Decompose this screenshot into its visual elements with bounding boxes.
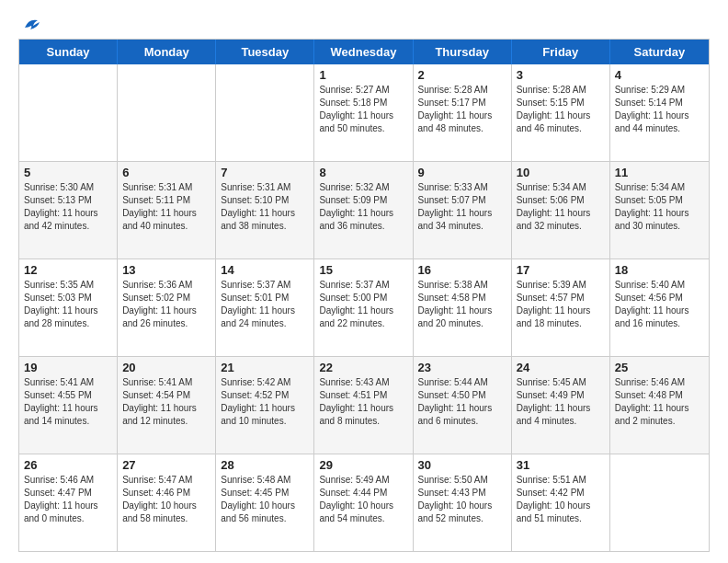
- header-cell-tuesday: Tuesday: [216, 40, 314, 64]
- day-cell-22: 22Sunrise: 5:43 AM Sunset: 4:51 PM Dayli…: [314, 357, 413, 454]
- header-cell-sunday: Sunday: [19, 40, 118, 64]
- day-number: 27: [122, 458, 210, 472]
- day-number: 22: [319, 361, 407, 374]
- day-info: Sunrise: 5:35 AM Sunset: 5:03 PM Dayligh…: [24, 279, 112, 330]
- day-cell-30: 30Sunrise: 5:50 AM Sunset: 4:43 PM Dayli…: [414, 454, 512, 551]
- day-cell-29: 29Sunrise: 5:49 AM Sunset: 4:44 PM Dayli…: [314, 454, 413, 551]
- day-number: 9: [418, 166, 506, 179]
- day-cell-6: 6Sunrise: 5:31 AM Sunset: 5:11 PM Daylig…: [118, 162, 216, 259]
- day-info: Sunrise: 5:44 AM Sunset: 4:50 PM Dayligh…: [418, 376, 506, 428]
- calendar-body: 1Sunrise: 5:27 AM Sunset: 5:18 PM Daylig…: [19, 64, 709, 551]
- day-cell-20: 20Sunrise: 5:41 AM Sunset: 4:54 PM Dayli…: [118, 357, 216, 454]
- day-cell-28: 28Sunrise: 5:48 AM Sunset: 4:45 PM Dayli…: [216, 454, 314, 551]
- calendar-row-3: 12Sunrise: 5:35 AM Sunset: 5:03 PM Dayli…: [19, 259, 709, 356]
- logo: [18, 15, 41, 31]
- day-number: 25: [615, 361, 704, 374]
- day-cell-4: 4Sunrise: 5:29 AM Sunset: 5:14 PM Daylig…: [610, 64, 709, 161]
- day-cell-8: 8Sunrise: 5:32 AM Sunset: 5:09 PM Daylig…: [314, 162, 413, 259]
- day-number: 7: [221, 166, 309, 179]
- logo-bird-icon: [21, 15, 41, 35]
- calendar-header: SundayMondayTuesdayWednesdayThursdayFrid…: [19, 40, 709, 64]
- day-cell-25: 25Sunrise: 5:46 AM Sunset: 4:48 PM Dayli…: [610, 357, 709, 454]
- day-info: Sunrise: 5:41 AM Sunset: 4:55 PM Dayligh…: [24, 376, 112, 428]
- day-cell-21: 21Sunrise: 5:42 AM Sunset: 4:52 PM Dayli…: [216, 357, 314, 454]
- day-info: Sunrise: 5:39 AM Sunset: 4:57 PM Dayligh…: [517, 279, 605, 330]
- day-cell-19: 19Sunrise: 5:41 AM Sunset: 4:55 PM Dayli…: [19, 357, 118, 454]
- day-number: 21: [221, 361, 309, 374]
- day-cell-1: 1Sunrise: 5:27 AM Sunset: 5:18 PM Daylig…: [314, 64, 413, 161]
- day-cell-5: 5Sunrise: 5:30 AM Sunset: 5:13 PM Daylig…: [19, 162, 118, 259]
- day-info: Sunrise: 5:42 AM Sunset: 4:52 PM Dayligh…: [221, 376, 309, 428]
- day-info: Sunrise: 5:51 AM Sunset: 4:42 PM Dayligh…: [517, 474, 605, 525]
- day-number: 23: [418, 361, 506, 374]
- day-info: Sunrise: 5:49 AM Sunset: 4:44 PM Dayligh…: [319, 474, 407, 525]
- day-info: Sunrise: 5:27 AM Sunset: 5:18 PM Dayligh…: [319, 84, 407, 135]
- day-number: 19: [24, 361, 112, 374]
- day-cell-16: 16Sunrise: 5:38 AM Sunset: 4:58 PM Dayli…: [414, 259, 512, 356]
- day-info: Sunrise: 5:31 AM Sunset: 5:10 PM Dayligh…: [221, 181, 309, 233]
- header-cell-saturday: Saturday: [610, 40, 709, 64]
- day-number: 5: [24, 166, 112, 179]
- day-info: Sunrise: 5:47 AM Sunset: 4:46 PM Dayligh…: [122, 474, 210, 525]
- empty-cell-0-0: [19, 64, 118, 161]
- calendar-row-5: 26Sunrise: 5:46 AM Sunset: 4:47 PM Dayli…: [19, 454, 709, 551]
- day-cell-9: 9Sunrise: 5:33 AM Sunset: 5:07 PM Daylig…: [414, 162, 512, 259]
- day-info: Sunrise: 5:28 AM Sunset: 5:17 PM Dayligh…: [418, 84, 506, 135]
- day-number: 10: [517, 166, 605, 179]
- day-info: Sunrise: 5:48 AM Sunset: 4:45 PM Dayligh…: [221, 474, 309, 525]
- day-number: 20: [122, 361, 210, 374]
- day-cell-3: 3Sunrise: 5:28 AM Sunset: 5:15 PM Daylig…: [512, 64, 610, 161]
- calendar-row-1: 1Sunrise: 5:27 AM Sunset: 5:18 PM Daylig…: [19, 64, 709, 161]
- header: [18, 15, 710, 31]
- day-cell-14: 14Sunrise: 5:37 AM Sunset: 5:01 PM Dayli…: [216, 259, 314, 356]
- calendar-row-4: 19Sunrise: 5:41 AM Sunset: 4:55 PM Dayli…: [19, 356, 709, 454]
- day-number: 2: [418, 68, 506, 82]
- day-number: 3: [517, 68, 605, 82]
- day-info: Sunrise: 5:33 AM Sunset: 5:07 PM Dayligh…: [418, 181, 506, 233]
- day-number: 28: [221, 458, 309, 472]
- empty-cell-0-2: [216, 64, 314, 161]
- empty-cell-4-6: [610, 454, 709, 551]
- day-number: 15: [319, 263, 407, 277]
- day-info: Sunrise: 5:46 AM Sunset: 4:48 PM Dayligh…: [615, 376, 704, 428]
- day-cell-2: 2Sunrise: 5:28 AM Sunset: 5:17 PM Daylig…: [414, 64, 512, 161]
- day-info: Sunrise: 5:37 AM Sunset: 5:00 PM Dayligh…: [319, 279, 407, 330]
- day-number: 29: [319, 458, 407, 472]
- day-number: 6: [122, 166, 210, 179]
- day-cell-31: 31Sunrise: 5:51 AM Sunset: 4:42 PM Dayli…: [512, 454, 610, 551]
- empty-cell-0-1: [118, 64, 216, 161]
- day-info: Sunrise: 5:40 AM Sunset: 4:56 PM Dayligh…: [615, 279, 704, 330]
- day-number: 31: [517, 458, 605, 472]
- day-cell-27: 27Sunrise: 5:47 AM Sunset: 4:46 PM Dayli…: [118, 454, 216, 551]
- day-cell-15: 15Sunrise: 5:37 AM Sunset: 5:00 PM Dayli…: [314, 259, 413, 356]
- day-number: 8: [319, 166, 407, 179]
- day-cell-24: 24Sunrise: 5:45 AM Sunset: 4:49 PM Dayli…: [512, 357, 610, 454]
- day-number: 14: [221, 263, 309, 277]
- day-cell-11: 11Sunrise: 5:34 AM Sunset: 5:05 PM Dayli…: [610, 162, 709, 259]
- day-info: Sunrise: 5:43 AM Sunset: 4:51 PM Dayligh…: [319, 376, 407, 428]
- day-info: Sunrise: 5:34 AM Sunset: 5:06 PM Dayligh…: [517, 181, 605, 233]
- day-info: Sunrise: 5:30 AM Sunset: 5:13 PM Dayligh…: [24, 181, 112, 233]
- day-cell-23: 23Sunrise: 5:44 AM Sunset: 4:50 PM Dayli…: [414, 357, 512, 454]
- day-number: 12: [24, 263, 112, 277]
- day-info: Sunrise: 5:46 AM Sunset: 4:47 PM Dayligh…: [24, 474, 112, 525]
- day-info: Sunrise: 5:50 AM Sunset: 4:43 PM Dayligh…: [418, 474, 506, 525]
- day-info: Sunrise: 5:34 AM Sunset: 5:05 PM Dayligh…: [615, 181, 704, 233]
- header-cell-thursday: Thursday: [414, 40, 512, 64]
- header-cell-monday: Monday: [118, 40, 216, 64]
- day-info: Sunrise: 5:32 AM Sunset: 5:09 PM Dayligh…: [319, 181, 407, 233]
- day-cell-7: 7Sunrise: 5:31 AM Sunset: 5:10 PM Daylig…: [216, 162, 314, 259]
- day-cell-12: 12Sunrise: 5:35 AM Sunset: 5:03 PM Dayli…: [19, 259, 118, 356]
- day-number: 13: [122, 263, 210, 277]
- day-cell-10: 10Sunrise: 5:34 AM Sunset: 5:06 PM Dayli…: [512, 162, 610, 259]
- day-info: Sunrise: 5:38 AM Sunset: 4:58 PM Dayligh…: [418, 279, 506, 330]
- day-info: Sunrise: 5:36 AM Sunset: 5:02 PM Dayligh…: [122, 279, 210, 330]
- page: SundayMondayTuesdayWednesdayThursdayFrid…: [0, 0, 728, 563]
- day-number: 1: [319, 68, 407, 82]
- day-number: 24: [517, 361, 605, 374]
- day-number: 30: [418, 458, 506, 472]
- day-number: 11: [615, 166, 704, 179]
- day-cell-13: 13Sunrise: 5:36 AM Sunset: 5:02 PM Dayli…: [118, 259, 216, 356]
- day-number: 17: [517, 263, 605, 277]
- day-cell-26: 26Sunrise: 5:46 AM Sunset: 4:47 PM Dayli…: [19, 454, 118, 551]
